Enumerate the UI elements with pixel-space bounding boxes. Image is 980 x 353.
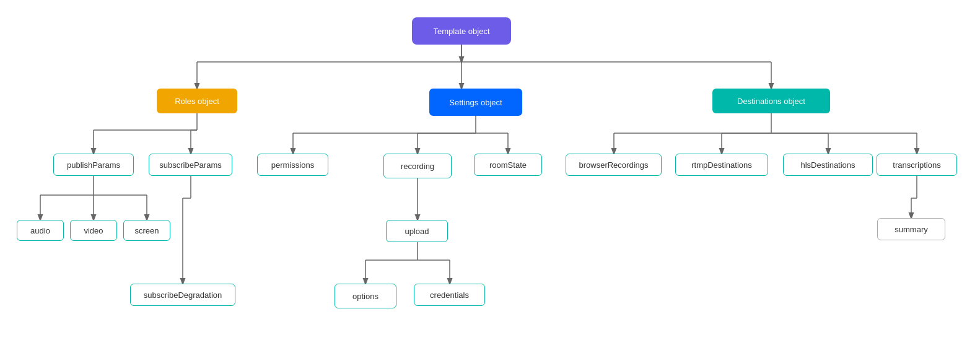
summary-node[interactable]: summary xyxy=(877,218,945,240)
diagram: Template object Roles object Settings ob… xyxy=(0,0,980,353)
hls-destinations-node[interactable]: hlsDestinations xyxy=(783,154,873,176)
options-node[interactable]: options xyxy=(335,284,396,308)
destinations-node[interactable]: Destinations object xyxy=(712,89,830,113)
settings-node[interactable]: Settings object xyxy=(429,89,522,116)
rtmp-destinations-node[interactable]: rtmpDestinations xyxy=(675,154,768,176)
credentials-node[interactable]: credentials xyxy=(414,284,485,306)
screen-node[interactable]: screen xyxy=(123,220,170,241)
room-state-node[interactable]: roomState xyxy=(474,154,542,176)
browser-recordings-node[interactable]: browserRecordings xyxy=(566,154,662,176)
root-node[interactable]: Template object xyxy=(412,17,511,45)
audio-node[interactable]: audio xyxy=(17,220,64,241)
recording-node[interactable]: recording xyxy=(383,154,452,178)
subscribe-degradation-node[interactable]: subscribeDegradation xyxy=(130,284,235,306)
video-node[interactable]: video xyxy=(70,220,117,241)
upload-node[interactable]: upload xyxy=(386,220,448,242)
publish-params-node[interactable]: publishParams xyxy=(53,154,134,176)
subscribe-params-node[interactable]: subscribeParams xyxy=(149,154,232,176)
permissions-node[interactable]: permissions xyxy=(257,154,328,176)
roles-node[interactable]: Roles object xyxy=(157,89,237,113)
transcriptions-node[interactable]: transcriptions xyxy=(877,154,957,176)
